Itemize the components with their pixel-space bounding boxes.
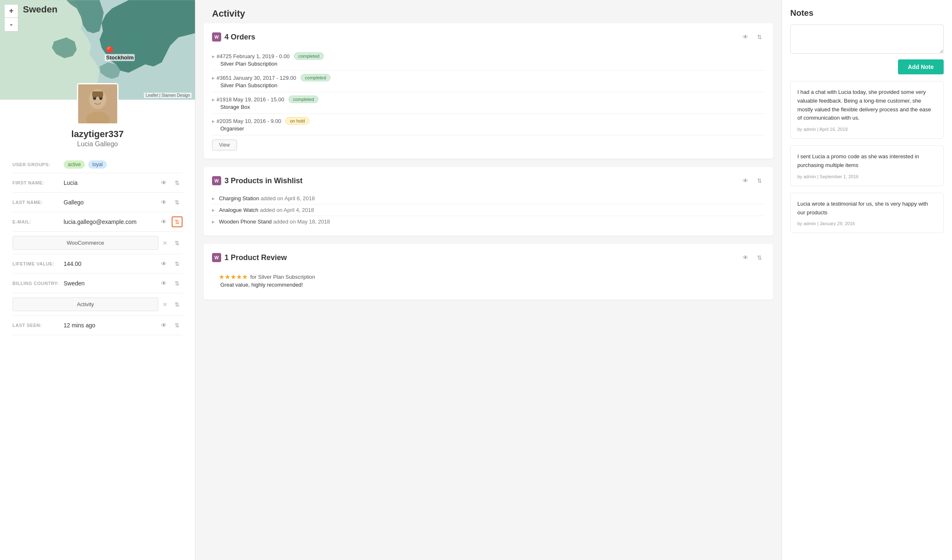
email-view-button[interactable]: 👁 bbox=[158, 216, 169, 227]
order-status-3: completed bbox=[289, 96, 319, 103]
order-item-4: #2035 May 10, 2016 - 9.00 on hold Organi… bbox=[212, 114, 765, 135]
order-item-3: #1918 May 19, 2016 - 15.00 completed Sto… bbox=[212, 92, 765, 114]
activity-sort-button[interactable]: ⇅ bbox=[172, 299, 183, 310]
reviews-title: 1 Product Review bbox=[224, 253, 287, 262]
add-note-button[interactable]: Add Note bbox=[898, 59, 944, 74]
last-seen-value: 12 mins ago bbox=[64, 322, 155, 329]
reviews-sort-button[interactable]: ⇅ bbox=[754, 252, 765, 263]
billing-country-actions: 👁 ⇅ bbox=[158, 278, 183, 289]
orders-view-button[interactable]: 👁 bbox=[740, 32, 751, 42]
last-name-sort-button[interactable]: ⇅ bbox=[172, 197, 183, 208]
right-panel: Notes Add Note I had a chat with Lucia t… bbox=[782, 0, 952, 560]
last-name-view-button[interactable]: 👁 bbox=[158, 197, 169, 208]
woocommerce-button[interactable]: WooCommerce bbox=[12, 236, 158, 250]
map-attribution: Leaflet | Stamen Design bbox=[144, 93, 192, 98]
reviews-header: W 1 Product Review 👁 ⇅ bbox=[212, 252, 765, 263]
email-label: E-MAIL: bbox=[12, 219, 60, 224]
order-id-4: #2035 May 10, 2016 - 9.00 bbox=[212, 118, 281, 124]
last-name-value: Gallego bbox=[64, 199, 155, 206]
reviews-section: W 1 Product Review 👁 ⇅ ★★★★★ for Silver … bbox=[204, 244, 773, 300]
wishlist-view-button[interactable]: 👁 bbox=[740, 175, 751, 186]
zoom-in-button[interactable]: + bbox=[5, 5, 18, 18]
wishlist-date-1: added on April 6, 2018 bbox=[261, 195, 315, 201]
last-seen-actions: 👁 ⇅ bbox=[158, 320, 183, 331]
lifetime-value-sort-button[interactable]: ⇅ bbox=[172, 258, 183, 269]
svg-rect-8 bbox=[92, 91, 103, 97]
last-seen-label: LAST SEEN: bbox=[12, 323, 60, 328]
first-name-row: FIRST NAME: Lucia 👁 ⇅ bbox=[12, 173, 183, 193]
email-row: E-MAIL: lucia.gallego@example.com 👁 ⇅ bbox=[12, 212, 183, 232]
order-status-2: completed bbox=[301, 74, 331, 81]
user-groups-value: active loyal bbox=[64, 160, 183, 169]
middle-panel: Activity W 4 Orders 👁 ⇅ #4725 February 1… bbox=[195, 0, 782, 560]
woocommerce-sort-button[interactable]: ⇅ bbox=[172, 238, 183, 248]
email-sort-button[interactable]: ⇅ bbox=[172, 216, 183, 227]
woo-badge-wishlist: W bbox=[212, 176, 221, 185]
reviews-title-group: W 1 Product Review bbox=[212, 253, 287, 262]
last-seen-sort-button[interactable]: ⇅ bbox=[172, 320, 183, 331]
billing-country-view-button[interactable]: 👁 bbox=[158, 278, 169, 289]
activity-row: Activity ✕ ⇅ bbox=[12, 293, 183, 316]
activity-remove-button[interactable]: ✕ bbox=[161, 300, 169, 309]
orders-view-all-button[interactable]: View bbox=[212, 140, 237, 150]
note-meta-3: by admin | January 29, 2016 bbox=[797, 221, 937, 226]
order-meta-1: #4725 February 1, 2019 - 0.00 completed bbox=[212, 52, 765, 60]
orders-sort-button[interactable]: ⇅ bbox=[754, 32, 765, 42]
user-profile: lazytiger337 Lucia Gallego bbox=[0, 100, 195, 152]
wishlist-title-group: W 3 Products in Wishlist bbox=[212, 176, 303, 185]
avatar bbox=[77, 83, 118, 125]
lifetime-value-value: 144.00 bbox=[64, 260, 155, 267]
order-product-2: Silver Plan Subscription bbox=[212, 82, 765, 88]
orders-title: 4 Orders bbox=[224, 33, 255, 42]
order-item-2: #3651 January 30, 2017 - 129.00 complete… bbox=[212, 71, 765, 92]
user-groups-row: USER GROUPS: active loyal bbox=[12, 156, 183, 173]
order-id-3: #1918 May 19, 2016 - 15.00 bbox=[212, 96, 284, 103]
email-actions: 👁 ⇅ bbox=[158, 216, 183, 227]
tag-loyal[interactable]: loyal bbox=[88, 160, 107, 169]
woocommerce-remove-button[interactable]: ✕ bbox=[161, 239, 169, 247]
activity-btn-row: Activity ✕ ⇅ bbox=[12, 297, 183, 311]
tag-active[interactable]: active bbox=[64, 160, 85, 169]
left-panel: + - Sweden 📍 Stockholm Leaflet | Stamen … bbox=[0, 0, 195, 560]
first-name-label: FIRST NAME: bbox=[12, 180, 60, 185]
main-layout: + - Sweden 📍 Stockholm Leaflet | Stamen … bbox=[0, 0, 952, 560]
first-name-view-button[interactable]: 👁 bbox=[158, 177, 169, 188]
note-meta-2: by admin | September 1, 2016 bbox=[797, 174, 937, 179]
map-country: Sweden bbox=[23, 4, 57, 15]
username: lazytiger337 bbox=[72, 129, 124, 140]
order-product-4: Organiser bbox=[212, 125, 765, 132]
wishlist-title: 3 Products in Wishlist bbox=[224, 177, 303, 185]
review-text-1: Great value, highly recommended! bbox=[212, 282, 765, 288]
order-meta-4: #2035 May 10, 2016 - 9.00 on hold bbox=[212, 117, 765, 125]
zoom-out-button[interactable]: - bbox=[5, 18, 18, 31]
order-id-2: #3651 January 30, 2017 - 129.00 bbox=[212, 75, 296, 81]
map-city-label: Stockholm bbox=[105, 54, 135, 61]
note-card-3: Lucia wrote a testimonial for us, she is… bbox=[790, 193, 944, 233]
activity-button[interactable]: Activity bbox=[12, 297, 158, 311]
note-meta-1: by admin | April 16, 2019 bbox=[797, 127, 937, 132]
map-controls[interactable]: + - bbox=[4, 4, 18, 32]
last-seen-view-button[interactable]: 👁 bbox=[158, 320, 169, 331]
wishlist-product-3: Wooden Phone Stand bbox=[219, 219, 272, 225]
orders-title-group: W 4 Orders bbox=[212, 32, 255, 42]
note-text-3: Lucia wrote a testimonial for us, she is… bbox=[797, 200, 937, 217]
note-input[interactable] bbox=[790, 25, 944, 54]
billing-country-sort-button[interactable]: ⇅ bbox=[172, 278, 183, 289]
wishlist-header-actions: 👁 ⇅ bbox=[740, 175, 765, 186]
email-value: lucia.gallego@example.com bbox=[64, 219, 155, 225]
last-name-actions: 👁 ⇅ bbox=[158, 197, 183, 208]
first-name-sort-button[interactable]: ⇅ bbox=[172, 177, 183, 188]
first-name-value: Lucia bbox=[64, 179, 155, 186]
wishlist-sort-button[interactable]: ⇅ bbox=[754, 175, 765, 186]
billing-country-value: Sweden bbox=[64, 280, 155, 287]
review-stars-1: ★★★★★ bbox=[219, 273, 248, 281]
activity-title: Activity bbox=[204, 8, 773, 23]
reviews-view-button[interactable]: 👁 bbox=[740, 252, 751, 263]
avatar-wrapper bbox=[77, 83, 118, 125]
review-item-1: ★★★★★ for Silver Plan Subscription Great… bbox=[212, 270, 765, 291]
order-status-4: on hold bbox=[285, 117, 309, 125]
woo-badge-reviews: W bbox=[212, 253, 221, 262]
lifetime-value-view-button[interactable]: 👁 bbox=[158, 258, 169, 269]
wishlist-item-1: Charging Station added on April 6, 2018 bbox=[212, 193, 765, 204]
notes-title: Notes bbox=[790, 8, 944, 18]
